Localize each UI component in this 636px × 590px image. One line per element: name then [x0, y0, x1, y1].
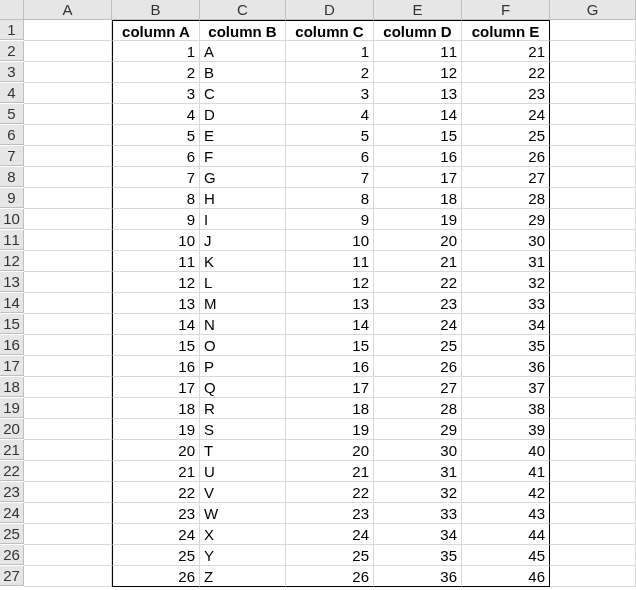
col-header-B[interactable]: B: [112, 0, 200, 20]
cell-G14[interactable]: [550, 293, 636, 314]
table-header-E[interactable]: column D: [374, 20, 462, 41]
cell-C6[interactable]: E: [200, 125, 286, 146]
cell-G15[interactable]: [550, 314, 636, 335]
table-header-B[interactable]: column A: [112, 20, 200, 41]
cell-B21[interactable]: 20: [112, 440, 200, 461]
cell-F4[interactable]: 23: [462, 83, 550, 104]
cell-B25[interactable]: 24: [112, 524, 200, 545]
cell-D15[interactable]: 14: [286, 314, 374, 335]
cell-E17[interactable]: 26: [374, 356, 462, 377]
row-header-22[interactable]: 22: [0, 461, 24, 481]
cell-D2[interactable]: 1: [286, 41, 374, 62]
cell-A20[interactable]: [24, 419, 112, 440]
cell-E3[interactable]: 12: [374, 62, 462, 83]
row-header-18[interactable]: 18: [0, 377, 24, 397]
cell-G18[interactable]: [550, 377, 636, 398]
cell-A12[interactable]: [24, 251, 112, 272]
cell-E21[interactable]: 30: [374, 440, 462, 461]
row-header-14[interactable]: 14: [0, 293, 24, 313]
cell-G16[interactable]: [550, 335, 636, 356]
cell-F18[interactable]: 37: [462, 377, 550, 398]
cell-C15[interactable]: N: [200, 314, 286, 335]
cell-C20[interactable]: S: [200, 419, 286, 440]
cell-C11[interactable]: J: [200, 230, 286, 251]
cell-B14[interactable]: 13: [112, 293, 200, 314]
cell-F12[interactable]: 31: [462, 251, 550, 272]
cell-B24[interactable]: 23: [112, 503, 200, 524]
cell-D4[interactable]: 3: [286, 83, 374, 104]
row-header-1[interactable]: 1: [0, 20, 24, 40]
cell-B11[interactable]: 10: [112, 230, 200, 251]
row-header-16[interactable]: 16: [0, 335, 24, 355]
cell-G9[interactable]: [550, 188, 636, 209]
cell-B12[interactable]: 11: [112, 251, 200, 272]
cell-C24[interactable]: W: [200, 503, 286, 524]
row-header-9[interactable]: 9: [0, 188, 24, 208]
cell-E13[interactable]: 22: [374, 272, 462, 293]
cell-A22[interactable]: [24, 461, 112, 482]
cell-E23[interactable]: 32: [374, 482, 462, 503]
cell-F15[interactable]: 34: [462, 314, 550, 335]
table-header-C[interactable]: column B: [200, 20, 286, 41]
cell-D8[interactable]: 7: [286, 167, 374, 188]
cell-A6[interactable]: [24, 125, 112, 146]
cell-E27[interactable]: 36: [374, 566, 462, 587]
cell-C17[interactable]: P: [200, 356, 286, 377]
cell-B8[interactable]: 7: [112, 167, 200, 188]
cell-A17[interactable]: [24, 356, 112, 377]
cell-A18[interactable]: [24, 377, 112, 398]
cell-C8[interactable]: G: [200, 167, 286, 188]
row-header-6[interactable]: 6: [0, 125, 24, 145]
cell-A10[interactable]: [24, 209, 112, 230]
cell-B7[interactable]: 6: [112, 146, 200, 167]
cell-F25[interactable]: 44: [462, 524, 550, 545]
cell-G6[interactable]: [550, 125, 636, 146]
cell-E14[interactable]: 23: [374, 293, 462, 314]
cell-D6[interactable]: 5: [286, 125, 374, 146]
cell-A19[interactable]: [24, 398, 112, 419]
cell-D9[interactable]: 8: [286, 188, 374, 209]
cell-G27[interactable]: [550, 566, 636, 587]
col-header-A[interactable]: A: [24, 0, 112, 20]
corner-cell[interactable]: [0, 0, 24, 20]
cell-G2[interactable]: [550, 41, 636, 62]
cell-D18[interactable]: 17: [286, 377, 374, 398]
cell-A25[interactable]: [24, 524, 112, 545]
cell-E22[interactable]: 31: [374, 461, 462, 482]
cell-C27[interactable]: Z: [200, 566, 286, 587]
cell-B26[interactable]: 25: [112, 545, 200, 566]
cell-F9[interactable]: 28: [462, 188, 550, 209]
cell-B2[interactable]: 1: [112, 41, 200, 62]
cell-E16[interactable]: 25: [374, 335, 462, 356]
cell-E5[interactable]: 14: [374, 104, 462, 125]
cell-E2[interactable]: 11: [374, 41, 462, 62]
cell-A24[interactable]: [24, 503, 112, 524]
cell-D3[interactable]: 2: [286, 62, 374, 83]
cell-B17[interactable]: 16: [112, 356, 200, 377]
cell-E4[interactable]: 13: [374, 83, 462, 104]
cell-A16[interactable]: [24, 335, 112, 356]
cell-F8[interactable]: 27: [462, 167, 550, 188]
spreadsheet-grid[interactable]: ABCDEFG1column Acolumn Bcolumn Ccolumn D…: [0, 0, 636, 587]
col-header-F[interactable]: F: [462, 0, 550, 20]
cell-D19[interactable]: 18: [286, 398, 374, 419]
cell-F10[interactable]: 29: [462, 209, 550, 230]
cell-D21[interactable]: 20: [286, 440, 374, 461]
cell-G17[interactable]: [550, 356, 636, 377]
cell-C9[interactable]: H: [200, 188, 286, 209]
cell-G3[interactable]: [550, 62, 636, 83]
cell-D27[interactable]: 26: [286, 566, 374, 587]
cell-F27[interactable]: 46: [462, 566, 550, 587]
cell-B20[interactable]: 19: [112, 419, 200, 440]
cell-D26[interactable]: 25: [286, 545, 374, 566]
row-header-2[interactable]: 2: [0, 41, 24, 61]
cell-B22[interactable]: 21: [112, 461, 200, 482]
cell-C16[interactable]: O: [200, 335, 286, 356]
cell-F17[interactable]: 36: [462, 356, 550, 377]
cell-F19[interactable]: 38: [462, 398, 550, 419]
row-header-26[interactable]: 26: [0, 545, 24, 565]
cell-G11[interactable]: [550, 230, 636, 251]
cell-G19[interactable]: [550, 398, 636, 419]
cell-B10[interactable]: 9: [112, 209, 200, 230]
cell-E7[interactable]: 16: [374, 146, 462, 167]
